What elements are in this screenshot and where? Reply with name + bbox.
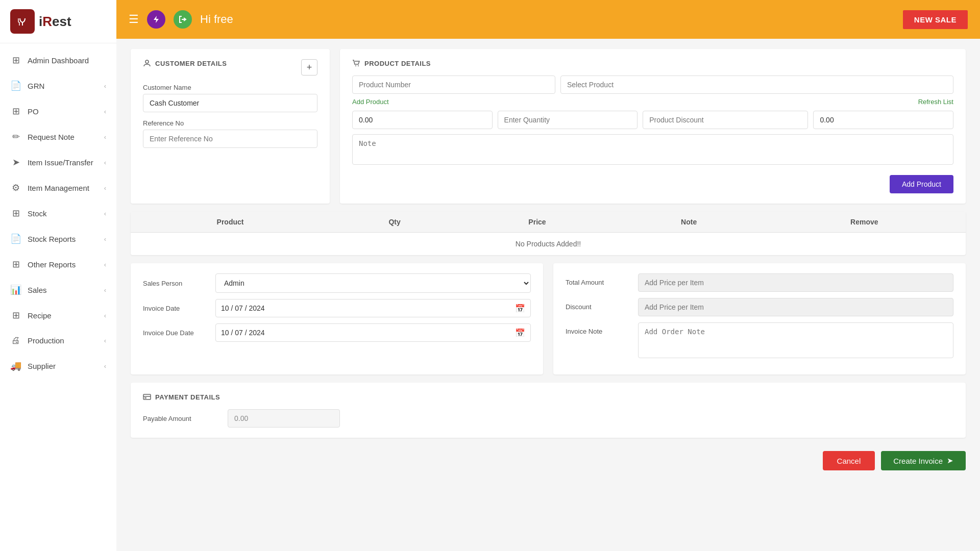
product-search-row (352, 76, 953, 94)
grid-icon: ⊞ (10, 55, 21, 66)
chevron-icon: ‹ (104, 362, 106, 370)
top-section: CUSTOMER DETAILS + Customer Name Referen… (131, 49, 966, 204)
sidebar-item-grn[interactable]: 📄 GRN ‹ (0, 73, 116, 98)
sidebar-item-request-note[interactable]: ✏ Request Note ‹ (0, 124, 116, 149)
sidebar-item-stock[interactable]: ⊞ Stock ‹ (0, 201, 116, 226)
invoice-due-date-group: Invoice Due Date 📅 (143, 323, 531, 342)
sidebar-item-stock-reports[interactable]: 📄 Stock Reports ‹ (0, 226, 116, 252)
quantity-input[interactable] (498, 111, 638, 129)
sales-person-select[interactable]: Admin Other (215, 273, 531, 293)
sidebar-item-label: PO (28, 107, 39, 116)
invoice-date-input[interactable] (221, 299, 515, 317)
logo-icon (10, 9, 35, 34)
refresh-list-link[interactable]: Refresh List (918, 98, 953, 106)
sidebar-item-item-issue-transfer[interactable]: ➤ Item Issue/Transfer ‹ (0, 149, 116, 175)
create-invoice-button[interactable]: Create Invoice ➤ (881, 451, 966, 470)
add-product-button[interactable]: Add Product (890, 175, 953, 193)
logout-button[interactable] (174, 10, 192, 29)
customer-details-card: CUSTOMER DETAILS + Customer Name Referen… (131, 49, 330, 204)
chevron-icon: ‹ (104, 210, 106, 217)
person-icon (143, 59, 151, 67)
customer-name-label: Customer Name (143, 84, 317, 91)
reference-no-input[interactable] (143, 130, 317, 148)
grid-icon: ⊞ (10, 106, 21, 117)
sidebar-item-item-management[interactable]: ⚙ Item Management ‹ (0, 175, 116, 201)
empty-row: No Products Added!! (131, 233, 966, 256)
add-customer-button[interactable]: + (301, 59, 317, 76)
main-area: ☰ Hi free NEW SALE (116, 0, 980, 551)
calendar-due-icon[interactable]: 📅 (515, 328, 525, 338)
svg-point-4 (145, 60, 149, 63)
sidebar-item-admin-dashboard[interactable]: ⊞ Admin Dashboard (0, 47, 116, 73)
invoice-note-label: Invoice Note (566, 322, 632, 335)
sidebar-item-label: Item Issue/Transfer (28, 158, 93, 167)
product-details-card: PRODUCT DETAILS Add Product Refresh List (340, 49, 966, 204)
grid-icon: ⊞ (10, 310, 21, 321)
svg-rect-0 (15, 14, 30, 29)
sidebar-item-label: Stock Reports (28, 235, 76, 243)
total-amount-label: Total Amount (566, 273, 632, 286)
sidebar: iRest ⊞ Admin Dashboard 📄 GRN ‹ ⊞ PO ‹ ✏ (0, 0, 116, 551)
calendar-icon[interactable]: 📅 (515, 304, 525, 313)
invoice-note-textarea[interactable] (638, 322, 953, 358)
products-table-card: Product Qty Price Note Remove No Product… (131, 212, 966, 255)
invoice-date-group: Invoice Date 📅 (143, 299, 531, 317)
discount-input-totals[interactable] (638, 298, 953, 316)
arrow-icon: ➤ (10, 157, 21, 168)
chevron-icon: ‹ (104, 235, 106, 243)
svg-marker-2 (154, 16, 159, 23)
select-product-input[interactable] (560, 76, 953, 94)
payment-section-title: PAYMENT DETAILS (143, 393, 953, 401)
customer-name-input[interactable] (143, 94, 317, 112)
chevron-icon: ‹ (104, 337, 106, 344)
no-products-message: No Products Added!! (131, 233, 966, 256)
invoice-due-date-input[interactable] (221, 324, 515, 341)
col-note: Note (615, 212, 763, 233)
page-content: CUSTOMER DETAILS + Customer Name Referen… (116, 39, 980, 551)
product-number-input[interactable] (352, 76, 555, 94)
sidebar-item-production[interactable]: 🖨 Production ‹ (0, 328, 116, 353)
total-input[interactable] (813, 111, 953, 129)
col-remove: Remove (763, 212, 966, 233)
grid-icon: ⊞ (10, 208, 21, 219)
sidebar-item-sales[interactable]: 📊 Sales ‹ (0, 277, 116, 303)
sidebar-item-label: Sales (28, 286, 47, 294)
send-icon: ➤ (947, 456, 953, 465)
document-icon: 📄 (10, 80, 21, 91)
col-price: Price (459, 212, 615, 233)
header-left: ☰ Hi free (129, 10, 233, 29)
sidebar-item-label: Request Note (28, 133, 75, 141)
chevron-icon: ‹ (104, 82, 106, 90)
total-amount-input[interactable] (638, 273, 953, 292)
sidebar-item-supplier[interactable]: 🚚 Supplier ‹ (0, 353, 116, 379)
sales-person-label: Sales Person (143, 280, 209, 287)
payable-amount-label: Payable Amount (143, 415, 219, 422)
sidebar-item-po[interactable]: ⊞ PO ‹ (0, 98, 116, 124)
print-icon: 🖨 (10, 335, 21, 346)
discount-input[interactable] (643, 111, 808, 129)
add-product-link[interactable]: Add Product (352, 98, 389, 106)
sales-person-group: Sales Person Admin Other (143, 273, 531, 293)
price-input[interactable] (352, 111, 493, 129)
header-greeting: Hi free (200, 13, 233, 26)
sidebar-item-label: Recipe (28, 311, 52, 320)
payable-amount-input (228, 409, 340, 428)
new-sale-button[interactable]: NEW SALE (903, 10, 968, 29)
lightning-button[interactable] (147, 10, 165, 29)
document-icon: 📄 (10, 233, 21, 244)
sidebar-item-label: Item Management (28, 184, 89, 192)
bottom-section: Sales Person Admin Other Invoice Date 📅 … (131, 263, 966, 374)
sidebar-item-recipe[interactable]: ⊞ Recipe ‹ (0, 303, 116, 328)
note-textarea[interactable] (352, 134, 953, 165)
product-section-title: PRODUCT DETAILS (352, 59, 953, 67)
create-invoice-label: Create Invoice (893, 457, 943, 465)
cancel-button[interactable]: Cancel (823, 451, 875, 470)
customer-name-group: Customer Name (143, 84, 317, 112)
discount-row: Discount (566, 298, 953, 316)
menu-button[interactable]: ☰ (129, 13, 139, 26)
table-header-row: Product Qty Price Note Remove (131, 212, 966, 233)
customer-section-title: CUSTOMER DETAILS (143, 59, 227, 67)
total-amount-row: Total Amount (566, 273, 953, 292)
sidebar-item-other-reports[interactable]: ⊞ Other Reports ‹ (0, 252, 116, 277)
product-price-row (352, 111, 953, 129)
